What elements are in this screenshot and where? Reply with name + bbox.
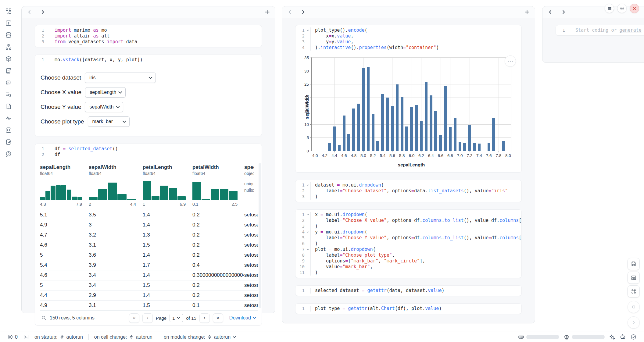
menu-button[interactable] xyxy=(605,4,614,13)
tracing-icon[interactable] xyxy=(5,114,13,122)
fold-toggle-icon[interactable] xyxy=(306,231,309,233)
chart-menu-button[interactable] xyxy=(505,55,516,67)
dataset-select[interactable]: iris xyxy=(85,73,156,83)
run-button[interactable] xyxy=(628,316,640,329)
prev-page-button[interactable]: ‹ xyxy=(142,313,153,323)
plot-type-select[interactable]: mark_bar xyxy=(88,116,130,127)
code-editor-empty[interactable]: 1 Start coding or generate with xyxy=(556,25,644,35)
save-button[interactable] xyxy=(628,258,640,270)
y-value-select[interactable]: sepalWidth xyxy=(85,102,123,112)
code-editor-plottype[interactable]: 1plot_type = getattr(alt.Chart(df), plot… xyxy=(295,304,521,314)
column-next-button[interactable] xyxy=(561,9,566,15)
column-header-petalWidth[interactable]: petalWidthfloat640.12.5 xyxy=(192,164,244,207)
table-row[interactable]: 4.73.21.30.2setosa xyxy=(40,230,258,240)
download-button[interactable]: Download xyxy=(229,315,256,321)
code-editor-imports[interactable]: 1import marimo as mo2import altair as al… xyxy=(35,25,262,47)
fold-toggle-icon[interactable] xyxy=(306,213,309,216)
column-header-sepalLength[interactable]: sepalLengthfloat644.37.9 xyxy=(40,164,89,207)
x-value-select[interactable]: sepalLength xyxy=(85,87,126,98)
code-editor-dataset[interactable]: 1dataset = mo.ui.dropdown(2 label="Choos… xyxy=(295,180,521,202)
table-row[interactable]: 4.931.40.2setosa xyxy=(40,220,258,230)
packages-icon[interactable] xyxy=(5,55,13,63)
column-prev-button[interactable] xyxy=(547,9,553,15)
column-header-sepalWidth[interactable]: sepalWidthfloat6424.4 xyxy=(89,164,143,207)
table-row[interactable]: 4.93.11.50.1setosa xyxy=(40,301,258,311)
select-value: sepalWidth xyxy=(89,104,113,110)
table-of-contents-icon[interactable] xyxy=(5,91,13,98)
file-explorer-icon[interactable] xyxy=(5,7,13,15)
on-startup-setting[interactable]: on startup: autorun xyxy=(34,334,83,340)
table-row[interactable]: 4.42.91.40.2setosa xyxy=(40,290,258,301)
code-editor-df[interactable]: 1df = selected_dataset()2df xyxy=(35,144,262,160)
datasources-icon[interactable] xyxy=(5,31,13,39)
x-tick xyxy=(489,151,489,152)
documentation-icon[interactable] xyxy=(5,102,13,110)
column-next-button[interactable] xyxy=(40,9,45,15)
first-page-button[interactable]: « xyxy=(129,313,139,323)
code-editor-xyplot[interactable]: 1x = mo.ui.dropdown(2 label="Choose X va… xyxy=(295,210,521,278)
table-scrollbar[interactable] xyxy=(259,163,261,308)
table-cell: 3.1 xyxy=(89,302,143,308)
column-prev-button[interactable] xyxy=(27,9,32,15)
code-line: 2 x=x.value, xyxy=(295,33,521,39)
dependency-graph-icon[interactable] xyxy=(5,43,13,51)
on-module-change-setting[interactable]: on module change: autorun xyxy=(164,334,236,340)
page-select[interactable]: 1 xyxy=(170,314,183,322)
code-editor-selected[interactable]: 1selected_dataset = getattr(data, datase… xyxy=(295,286,521,296)
code-editor-vstack[interactable]: 1mo.vstack([dataset, x, y, plot]) xyxy=(35,55,262,65)
table-row[interactable]: 4.63.41.40.30000000000000004setosa xyxy=(40,270,258,280)
ram-usage-meter[interactable] xyxy=(518,334,559,340)
line-number: 1 xyxy=(295,27,306,33)
errors-indicator[interactable]: 0 xyxy=(7,334,18,340)
ai-assist-button[interactable] xyxy=(609,334,615,340)
status-bar: 0 on startup: autorun on cell change: au… xyxy=(0,332,644,342)
chart-bar xyxy=(328,143,331,151)
search-icon[interactable] xyxy=(41,315,47,321)
snippets-icon[interactable] xyxy=(5,126,13,134)
x-tick-label: 8.0 xyxy=(505,153,511,158)
column-header-petalLength[interactable]: petalLengthfloat6416.9 xyxy=(143,164,192,207)
logs-icon[interactable] xyxy=(5,67,13,75)
y-tick xyxy=(310,137,312,138)
column-prev-button[interactable] xyxy=(287,9,292,15)
terminal-button[interactable] xyxy=(23,334,29,340)
next-page-button[interactable]: › xyxy=(199,313,210,323)
scratchpad-icon[interactable] xyxy=(5,138,13,146)
fold-toggle-icon[interactable] xyxy=(306,248,309,251)
table-row[interactable]: 4.63.11.50.2setosa xyxy=(40,240,258,250)
sparkles-icon xyxy=(609,334,615,340)
table-row[interactable]: 53.41.50.2setosa xyxy=(40,280,258,290)
column-next-button[interactable] xyxy=(300,9,306,15)
code-editor-chart[interactable]: 1plot_type().encode(2 x=x.value,3 y=y.va… xyxy=(295,25,521,53)
column-header-species[interactable]: speciesobjectunique:nulls: xyxy=(244,164,258,207)
help-icon[interactable] xyxy=(5,150,13,158)
copilot-button[interactable] xyxy=(620,334,626,340)
shutdown-button[interactable] xyxy=(630,4,639,13)
table-row[interactable]: 5.13.51.40.2setosa xyxy=(40,210,258,220)
last-page-button[interactable]: » xyxy=(213,313,223,323)
settings-button[interactable] xyxy=(617,4,627,13)
add-cell-button[interactable] xyxy=(264,9,270,15)
setting-value: autorun xyxy=(136,334,152,340)
line-number: 1 xyxy=(295,182,306,188)
ai-chat-icon[interactable] xyxy=(5,79,13,87)
stop-button[interactable] xyxy=(628,301,640,313)
table-row[interactable]: 53.61.40.2setosa xyxy=(40,250,258,260)
fold-toggle-icon[interactable] xyxy=(306,29,309,32)
code-line: 2import altair as alt xyxy=(35,33,262,39)
cpu-usage-meter[interactable] xyxy=(564,334,605,340)
add-cell-button[interactable] xyxy=(524,9,530,15)
fold-toggle-icon[interactable] xyxy=(306,184,309,187)
generate-link[interactable]: generate xyxy=(620,27,642,33)
gridline xyxy=(508,58,508,151)
table-row[interactable]: 5.43.91.70.4setosa xyxy=(40,260,258,270)
on-cell-change-setting[interactable]: on cell change: autorun xyxy=(94,334,152,340)
table-cell: 3.2 xyxy=(89,232,143,238)
command-palette-button[interactable] xyxy=(628,285,640,297)
cell-selected-dataset: 1selected_dataset = getattr(data, datase… xyxy=(295,286,521,296)
functions-icon[interactable] xyxy=(5,19,13,27)
layout-button[interactable] xyxy=(628,272,640,284)
line-number: 2 xyxy=(35,33,46,39)
connection-status-button[interactable] xyxy=(630,334,637,340)
bar-chart-plot[interactable]: 4.04.24.44.64.85.05.25.45.65.86.06.26.46… xyxy=(311,57,511,151)
